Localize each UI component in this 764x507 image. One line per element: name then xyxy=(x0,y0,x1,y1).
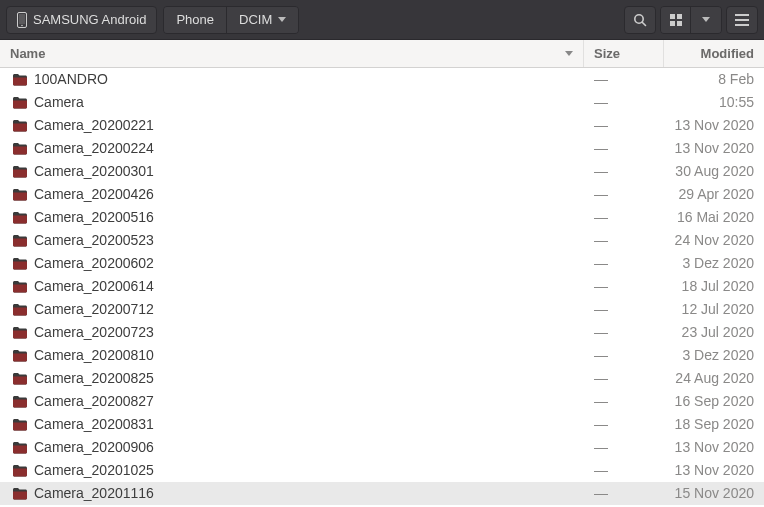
cell-modified: 3 Dez 2020 xyxy=(664,255,764,271)
cell-size: — xyxy=(584,324,664,340)
column-header-name[interactable]: Name xyxy=(0,40,584,67)
cell-name: Camera_20200516 xyxy=(0,209,584,225)
cell-name: Camera_20200831 xyxy=(0,416,584,432)
cell-modified: 3 Dez 2020 xyxy=(664,347,764,363)
cell-name: Camera_20200221 xyxy=(0,117,584,133)
svg-rect-1 xyxy=(19,14,25,24)
cell-name: Camera_20200602 xyxy=(0,255,584,271)
table-row[interactable]: Camera_20200712—12 Jul 2020 xyxy=(0,298,764,321)
folder-icon xyxy=(12,234,28,247)
table-row[interactable]: Camera_20200516—16 Mai 2020 xyxy=(0,206,764,229)
hamburger-icon xyxy=(735,14,749,26)
cell-size: — xyxy=(584,255,664,271)
file-name-label: Camera_20200723 xyxy=(34,324,154,340)
file-name-label: Camera_20200712 xyxy=(34,301,154,317)
file-name-label: Camera_20200827 xyxy=(34,393,154,409)
table-row[interactable]: Camera_20200614—18 Jul 2020 xyxy=(0,275,764,298)
search-button[interactable] xyxy=(624,6,656,34)
cell-size: — xyxy=(584,117,664,133)
folder-icon xyxy=(12,464,28,477)
file-list[interactable]: 100ANDRO—8 FebCamera—10:55Camera_2020022… xyxy=(0,68,764,507)
toolbar: SAMSUNG Android Phone DCIM xyxy=(0,0,764,40)
table-row[interactable]: Camera_20200523—24 Nov 2020 xyxy=(0,229,764,252)
cell-name: Camera_20200426 xyxy=(0,186,584,202)
cell-modified: 18 Jul 2020 xyxy=(664,278,764,294)
cell-name: Camera xyxy=(0,94,584,110)
table-row[interactable]: Camera_20200906—13 Nov 2020 xyxy=(0,436,764,459)
cell-size: — xyxy=(584,370,664,386)
table-row[interactable]: 100ANDRO—8 Feb xyxy=(0,68,764,91)
table-row[interactable]: Camera_20200426—29 Apr 2020 xyxy=(0,183,764,206)
column-header-modified[interactable]: Modified xyxy=(664,40,764,67)
table-row[interactable]: Camera—10:55 xyxy=(0,91,764,114)
breadcrumb-seg-dcim[interactable]: DCIM xyxy=(227,7,298,33)
cell-size: — xyxy=(584,462,664,478)
sort-indicator-icon xyxy=(565,51,573,56)
folder-icon xyxy=(12,372,28,385)
cell-modified: 10:55 xyxy=(664,94,764,110)
file-name-label: Camera_20200301 xyxy=(34,163,154,179)
table-row[interactable]: Camera_20200602—3 Dez 2020 xyxy=(0,252,764,275)
cell-modified: 13 Nov 2020 xyxy=(664,117,764,133)
file-name-label: Camera_20200825 xyxy=(34,370,154,386)
hamburger-menu-button[interactable] xyxy=(726,6,758,34)
svg-rect-7 xyxy=(670,21,675,26)
file-name-label: Camera_20200221 xyxy=(34,117,154,133)
cell-name: Camera_20200825 xyxy=(0,370,584,386)
svg-line-4 xyxy=(642,22,645,25)
cell-modified: 23 Jul 2020 xyxy=(664,324,764,340)
chevron-down-icon xyxy=(702,17,710,22)
table-row[interactable]: Camera_20200301—30 Aug 2020 xyxy=(0,160,764,183)
cell-modified: 12 Jul 2020 xyxy=(664,301,764,317)
folder-icon xyxy=(12,487,28,500)
file-name-label: Camera_20200426 xyxy=(34,186,154,202)
folder-icon xyxy=(12,257,28,270)
table-row[interactable]: Camera_20200831—18 Sep 2020 xyxy=(0,413,764,436)
table-row[interactable]: Camera_20200827—16 Sep 2020 xyxy=(0,390,764,413)
table-row[interactable]: Camera_20200810—3 Dez 2020 xyxy=(0,344,764,367)
breadcrumb-seg-phone[interactable]: Phone xyxy=(164,7,227,33)
file-name-label: Camera_20200831 xyxy=(34,416,154,432)
cell-size: — xyxy=(584,209,664,225)
table-row[interactable]: Camera_20201025—13 Nov 2020 xyxy=(0,459,764,482)
file-name-label: Camera_20200614 xyxy=(34,278,154,294)
cell-size: — xyxy=(584,163,664,179)
file-name-label: Camera_20200602 xyxy=(34,255,154,271)
folder-icon xyxy=(12,96,28,109)
file-name-label: Camera xyxy=(34,94,84,110)
cell-size: — xyxy=(584,232,664,248)
cell-size: — xyxy=(584,393,664,409)
cell-name: Camera_20201116 xyxy=(0,485,584,501)
file-name-label: Camera_20200516 xyxy=(34,209,154,225)
chevron-down-icon xyxy=(278,17,286,22)
cell-size: — xyxy=(584,416,664,432)
device-button[interactable]: SAMSUNG Android xyxy=(6,6,157,34)
search-icon xyxy=(633,13,647,27)
cell-size: — xyxy=(584,485,664,501)
cell-modified: 13 Nov 2020 xyxy=(664,462,764,478)
svg-rect-10 xyxy=(735,19,749,21)
svg-rect-8 xyxy=(677,21,682,26)
cell-name: Camera_20200301 xyxy=(0,163,584,179)
table-row[interactable]: Camera_20200723—23 Jul 2020 xyxy=(0,321,764,344)
column-header-size[interactable]: Size xyxy=(584,40,664,67)
cell-modified: 13 Nov 2020 xyxy=(664,140,764,156)
cell-modified: 30 Aug 2020 xyxy=(664,163,764,179)
cell-size: — xyxy=(584,186,664,202)
table-row[interactable]: Camera_20201116—15 Nov 2020 xyxy=(0,482,764,505)
table-row[interactable]: Camera_20200221—13 Nov 2020 xyxy=(0,114,764,137)
folder-icon xyxy=(12,280,28,293)
folder-icon xyxy=(12,211,28,224)
file-name-label: 100ANDRO xyxy=(34,71,108,87)
folder-icon xyxy=(12,303,28,316)
icon-view-button[interactable] xyxy=(661,7,691,33)
table-row[interactable]: Camera_20200825—24 Aug 2020 xyxy=(0,367,764,390)
file-name-label: Camera_20201116 xyxy=(34,485,154,501)
cell-size: — xyxy=(584,278,664,294)
cell-modified: 13 Nov 2020 xyxy=(664,439,764,455)
view-dropdown-button[interactable] xyxy=(691,7,721,33)
table-row[interactable]: Camera_20200224—13 Nov 2020 xyxy=(0,137,764,160)
folder-icon xyxy=(12,188,28,201)
folder-icon xyxy=(12,349,28,362)
cell-name: Camera_20200712 xyxy=(0,301,584,317)
